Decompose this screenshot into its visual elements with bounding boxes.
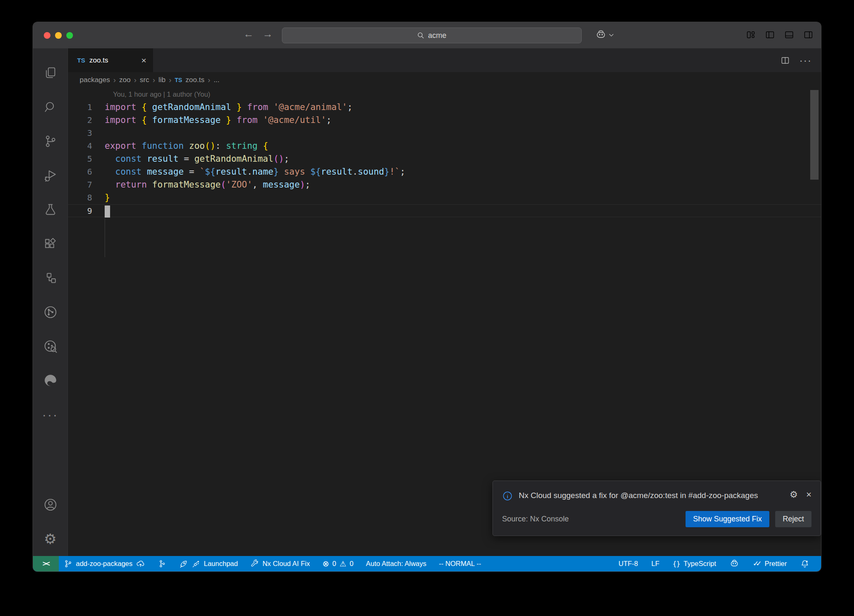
line-number[interactable]: 7 <box>68 178 92 191</box>
remote-icon: >< <box>43 560 49 568</box>
command-center-search[interactable]: acme <box>282 28 582 43</box>
tab-bar: TS zoo.ts × ··· <box>68 48 821 72</box>
notifications-bell-item[interactable] <box>795 556 814 571</box>
code-text: } <box>105 191 110 204</box>
copilot-menu[interactable] <box>595 29 614 41</box>
braces-icon: {} <box>673 560 680 568</box>
breadcrumb-item-file[interactable]: zoo.ts <box>186 76 204 84</box>
nx-console-icon[interactable] <box>33 295 68 329</box>
settings-gear-icon[interactable]: ⚙ <box>33 522 68 556</box>
warning-icon: ⚠ <box>339 559 346 568</box>
code-line[interactable]: 8} <box>68 191 821 204</box>
zoom-window-button[interactable] <box>66 32 73 39</box>
launchpad-item[interactable]: Launchpad <box>174 556 243 571</box>
git-branch-icon <box>64 559 73 568</box>
warning-count: 0 <box>349 560 353 568</box>
tab-label: zoo.ts <box>89 56 137 65</box>
code-line[interactable]: 3 <box>68 127 821 140</box>
toggle-panel-icon[interactable] <box>784 30 794 40</box>
project-hierarchy-icon[interactable] <box>33 261 68 295</box>
git-branch-item[interactable]: add-zoo-packages <box>59 556 150 571</box>
code-line[interactable]: 6 const message = `${result.name} says $… <box>68 165 821 178</box>
edge-browser-icon[interactable] <box>33 363 68 398</box>
eol-item[interactable]: LF <box>646 556 664 571</box>
more-actions-icon[interactable]: ··· <box>799 55 812 66</box>
typescript-file-icon: TS <box>77 57 85 64</box>
code-line[interactable]: 5 const result = getRandomAnimal(); <box>68 153 821 165</box>
show-suggested-fix-button[interactable]: Show Suggested Fix <box>686 511 769 527</box>
more-views-icon[interactable]: ··· <box>33 398 68 432</box>
notification-settings-icon[interactable]: ⚙ <box>789 489 798 500</box>
close-tab-icon[interactable]: × <box>141 55 146 65</box>
close-window-button[interactable] <box>44 32 50 39</box>
customize-layout-icon[interactable] <box>746 30 756 40</box>
line-number[interactable]: 3 <box>68 127 92 140</box>
remote-indicator[interactable]: >< <box>33 556 59 571</box>
git-graph-item[interactable] <box>153 556 171 571</box>
breadcrumb-item-lib[interactable]: lib <box>158 76 166 84</box>
breadcrumb-more[interactable]: ... <box>214 76 219 84</box>
editor-scrollbar[interactable] <box>810 90 819 180</box>
testing-icon[interactable] <box>33 193 68 227</box>
code-line[interactable]: 9 <box>68 204 821 217</box>
breadcrumb-item-zoo[interactable]: zoo <box>119 76 131 84</box>
line-number[interactable]: 1 <box>68 101 92 114</box>
code-line[interactable]: 2import { formatMessage } from '@acme/ut… <box>68 114 821 127</box>
code-line[interactable]: 1import { getRandomAnimal } from '@acme/… <box>68 101 821 114</box>
code-text: const message = `${result.name} says ${r… <box>105 165 405 178</box>
copilot-icon <box>729 559 739 569</box>
problems-item[interactable]: ⊗ 0 ⚠ 0 <box>317 556 358 571</box>
typescript-file-icon: TS <box>175 77 182 83</box>
prettier-item[interactable]: ✓✓ Prettier <box>748 556 792 571</box>
line-number[interactable]: 8 <box>68 191 92 204</box>
account-icon[interactable] <box>33 488 68 522</box>
nx-cloud-fix-label: Nx Cloud AI Fix <box>262 560 310 568</box>
forward-icon[interactable]: → <box>261 28 275 40</box>
notification-source: Source: Nx Console <box>502 515 686 523</box>
double-check-icon: ✓✓ <box>753 559 759 568</box>
line-number[interactable]: 6 <box>68 165 92 178</box>
chevron-down-icon <box>608 32 614 38</box>
code-text: export function zoo(): string { <box>105 140 268 153</box>
chevron-right-icon: › <box>208 76 210 85</box>
line-number[interactable]: 5 <box>68 153 92 165</box>
layout-controls <box>746 30 814 40</box>
run-debug-icon[interactable] <box>33 158 68 193</box>
notification-close-icon[interactable]: × <box>806 489 811 500</box>
toggle-secondary-sidebar-icon[interactable] <box>803 30 814 40</box>
code-lines: 1import { getRandomAnimal } from '@acme/… <box>68 101 821 217</box>
toggle-primary-sidebar-icon[interactable] <box>765 30 775 40</box>
split-editor-icon[interactable] <box>780 55 790 65</box>
explorer-icon[interactable] <box>33 56 68 90</box>
minimize-window-button[interactable] <box>55 32 62 39</box>
breadcrumb-item-src[interactable]: src <box>140 76 149 84</box>
git-graph-icon <box>158 559 166 568</box>
extensions-icon[interactable] <box>33 227 68 261</box>
back-icon[interactable]: ← <box>241 28 256 40</box>
line-number[interactable]: 2 <box>68 114 92 127</box>
nx-cloud-fix-item[interactable]: Nx Cloud AI Fix <box>245 556 315 571</box>
line-number[interactable]: 4 <box>68 140 92 153</box>
auto-attach-item[interactable]: Auto Attach: Always <box>361 556 432 571</box>
breadcrumb-item-packages[interactable]: packages <box>80 76 110 84</box>
nx-project-graph-icon[interactable] <box>33 329 68 363</box>
branch-name: add-zoo-packages <box>76 560 133 568</box>
copilot-status-item[interactable] <box>724 556 744 571</box>
code-line[interactable]: 7 return formatMessage('ZOO', message); <box>68 178 821 191</box>
bell-dot-icon <box>800 559 809 568</box>
error-count: 0 <box>332 560 336 568</box>
language-item[interactable]: {} TypeScript <box>668 556 721 571</box>
titlebar: ← → acme <box>33 22 821 48</box>
editor-group: TS zoo.ts × ··· packages›zoo›src›lib›TSz… <box>68 48 821 556</box>
indent-guide <box>105 218 105 257</box>
source-control-icon[interactable] <box>33 124 68 158</box>
code-text: const result = getRandomAnimal(); <box>105 153 289 165</box>
reject-button[interactable]: Reject <box>775 511 811 527</box>
line-number[interactable]: 9 <box>68 205 92 217</box>
activity-bar: ··· ⚙ <box>33 48 68 556</box>
code-text <box>105 205 110 217</box>
tab-zoo-ts[interactable]: TS zoo.ts × <box>68 48 153 72</box>
code-line[interactable]: 4export function zoo(): string { <box>68 140 821 153</box>
search-view-icon[interactable] <box>33 90 68 124</box>
encoding-item[interactable]: UTF-8 <box>613 556 643 571</box>
